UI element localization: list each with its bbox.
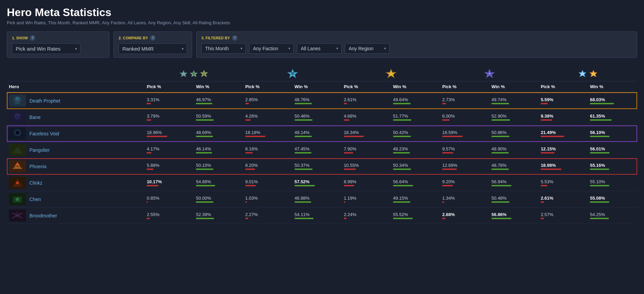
- win-stat-1: 47.45%: [293, 142, 342, 158]
- win-bar: [393, 103, 438, 104]
- filtered-help-icon[interactable]: ?: [232, 35, 238, 41]
- pick-bar: [344, 152, 389, 153]
- win-value: 55.10%: [590, 179, 635, 184]
- compare-help-icon[interactable]: ?: [150, 35, 156, 41]
- faction-select[interactable]: Any Faction Dire Radiant: [249, 43, 294, 54]
- pick-bar: [442, 218, 487, 219]
- pick-value: 2.61%: [541, 196, 586, 201]
- win-bar: [393, 152, 438, 153]
- win-stat-3: 50.48%: [489, 191, 539, 208]
- win-bar: [393, 185, 438, 186]
- win-value: 48.23%: [393, 146, 438, 151]
- win-stat-4: 55.08%: [588, 191, 637, 208]
- win-stat-3: 48.90%: [489, 142, 539, 158]
- pick-stat-1: 1.03%: [243, 191, 293, 208]
- win-value: 46.14%: [196, 146, 241, 151]
- win-bar: [492, 103, 537, 104]
- win-stat-3: 56.86%: [489, 208, 539, 224]
- filtered-filter-group: 3. FILTERED BY ? This Month Last Month A…: [196, 31, 637, 58]
- pick-value: 5.53%: [541, 179, 586, 184]
- lanes-select[interactable]: All Lanes Safe Lane Mid Lane: [297, 43, 341, 54]
- hero-name[interactable]: Bane: [29, 115, 41, 120]
- show-select[interactable]: Pick and Win Rates Pick Rates Win Rates: [12, 43, 80, 54]
- win-bar: [295, 218, 340, 219]
- win-stat-3: 48.78%: [489, 158, 539, 175]
- compare-select[interactable]: Ranked MMR Normal MMR: [119, 43, 187, 54]
- pick-bar: [245, 201, 291, 203]
- win-value: 56.64%: [393, 179, 438, 184]
- pick-stat-2: 4.68%: [342, 109, 391, 125]
- pick-stat-2: 8.99%: [342, 175, 391, 191]
- rank-group-legend: [344, 69, 438, 80]
- win-stat-0: 46.97%: [194, 92, 243, 109]
- win-bar: [295, 119, 340, 121]
- win-bar: [492, 152, 537, 153]
- col-win-3: Win %: [391, 81, 440, 93]
- win-stat-4: 55.16%: [588, 158, 637, 175]
- hero-name[interactable]: Pangolier: [29, 147, 50, 153]
- hero-name[interactable]: Faceless Void: [29, 131, 59, 136]
- win-value: 52.39%: [196, 212, 241, 217]
- pick-stat-0: 18.96%: [145, 125, 194, 142]
- win-stat-1: 57.52%: [293, 175, 342, 191]
- pick-value: 18.34%: [344, 130, 389, 135]
- pick-value: 2.73%: [442, 97, 487, 102]
- show-filter-label: 1. SHOW ?: [12, 35, 104, 41]
- pick-value: 10.17%: [147, 179, 192, 184]
- pick-stat-4: 5.53%: [539, 175, 588, 191]
- pick-stat-0: 5.88%: [145, 158, 194, 175]
- pick-value: 4.26%: [245, 113, 291, 119]
- pick-value: 0.85%: [147, 196, 192, 201]
- pick-stat-3: 6.00%: [440, 109, 489, 125]
- win-bar: [393, 119, 438, 121]
- hero-cell: Faceless Void: [7, 125, 145, 142]
- pick-stat-4: 18.98%: [539, 158, 588, 175]
- pick-stat-0: 0.85%: [145, 191, 194, 208]
- win-value: 54.11%: [295, 212, 340, 217]
- pick-value: 18.59%: [442, 130, 487, 135]
- pick-stat-0: 4.17%: [145, 142, 194, 158]
- win-value: 57.52%: [295, 179, 340, 184]
- pick-value: 18.96%: [147, 130, 192, 135]
- show-help-icon[interactable]: ?: [30, 35, 35, 41]
- hero-cell: Phoenix: [7, 158, 145, 175]
- pick-bar: [147, 136, 192, 137]
- pick-stat-3: 1.34%: [440, 191, 489, 208]
- win-bar: [196, 185, 241, 186]
- pick-stat-3: 2.68%: [440, 208, 489, 224]
- hero-name[interactable]: Broodmother: [29, 213, 57, 218]
- time-select[interactable]: This Month Last Month: [201, 43, 246, 54]
- hero-avatar: [9, 193, 26, 205]
- region-select[interactable]: Any Region US East EU West: [345, 43, 389, 54]
- pick-bar: [541, 136, 586, 137]
- win-bar: [295, 103, 340, 104]
- table-row: Bane 3.79% 50.59% 4.26% 50.46% 4.68%: [7, 109, 637, 125]
- win-bar: [196, 119, 241, 121]
- pick-stat-4: 12.15%: [539, 142, 588, 158]
- table-row: Pangolier 4.17% 46.14% 6.18% 47.45% 7.90…: [7, 142, 637, 158]
- hero-name[interactable]: Death Prophet: [29, 98, 60, 104]
- win-value: 47.45%: [295, 146, 340, 151]
- pick-stat-3: 18.59%: [440, 125, 489, 142]
- pick-stat-2: 7.90%: [342, 142, 391, 158]
- compare-select-wrapper: Ranked MMR Normal MMR: [119, 43, 187, 54]
- pick-value: 10.55%: [344, 163, 389, 168]
- win-value: 55.16%: [590, 163, 635, 168]
- win-bar: [295, 185, 340, 186]
- pick-stat-4: 21.49%: [539, 125, 588, 142]
- rank-group-archon: [245, 69, 340, 80]
- win-value: 50.37%: [295, 163, 340, 168]
- win-value: 56.94%: [492, 179, 537, 184]
- win-bar: [492, 169, 537, 170]
- pick-stat-2: 10.55%: [342, 158, 391, 175]
- pick-bar: [245, 136, 291, 137]
- rank-group-divine-immortal: [541, 69, 635, 79]
- win-stat-1: 50.46%: [293, 109, 342, 125]
- hero-name[interactable]: Phoenix: [29, 164, 47, 169]
- pick-stat-0: 2.55%: [145, 208, 194, 224]
- hero-name[interactable]: Chen: [29, 197, 41, 202]
- win-stat-4: 56.01%: [588, 142, 637, 158]
- pick-bar: [541, 152, 586, 153]
- hero-name[interactable]: Clinkz: [29, 180, 42, 186]
- pick-value: 5.59%: [541, 97, 586, 102]
